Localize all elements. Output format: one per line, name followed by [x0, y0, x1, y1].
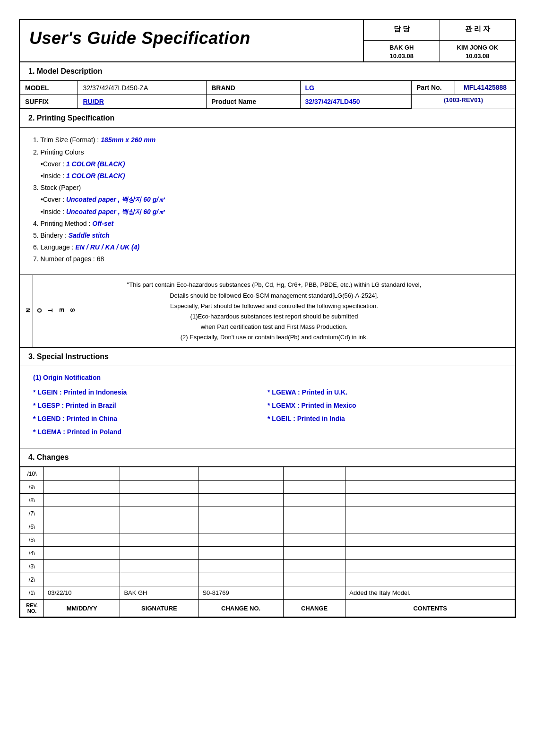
product-name-value: 32/37/42/47LD450: [300, 95, 411, 109]
row-contents: [345, 533, 515, 547]
suffix-label: SUFFIX: [20, 95, 78, 109]
table-row: /5\: [20, 533, 515, 547]
table-row: /6\: [20, 520, 515, 533]
origin-item: * LGEIL : Printed in India: [268, 412, 502, 425]
origin-item: * LGESP : Printed in Brazil: [33, 399, 268, 412]
product-name-label: Product Name: [207, 95, 300, 109]
part-info: Part No. MFL41425888 (1003-REV01): [411, 81, 515, 109]
table-row-suffix: SUFFIX RU/DR Product Name 32/37/42/47LD4…: [20, 95, 411, 109]
row-contents: [345, 481, 515, 494]
row-date: [44, 520, 120, 533]
section2-item: 7. Number of pages : 68: [33, 253, 502, 265]
row-signature: [120, 573, 198, 586]
table-row: /1\03/22/10BAK GHS0-81769Added the Italy…: [20, 586, 515, 600]
section2-content: 1. Trim Size (Format) : 185mm x 260 mm2.…: [20, 128, 515, 275]
rev-cell: /5\: [20, 533, 44, 547]
notes-row: NOTES "This part contain Eco-hazardous s…: [20, 275, 515, 348]
footer-date: MM/DD/YY: [44, 600, 120, 617]
section2-bar: 2. Printing Specification: [20, 109, 515, 128]
notes-line: (2) Especially, Don't use or contain lea…: [40, 332, 509, 343]
notes-label: NOTES: [20, 275, 33, 347]
row-change_no: [198, 573, 283, 586]
row-signature: [120, 494, 198, 507]
row-date: [44, 467, 120, 481]
row-date: [44, 547, 120, 560]
brand-label: BRAND: [207, 81, 300, 95]
section2-item: 5. Bindery : Saddle stitch: [33, 230, 502, 241]
section4-bar: 4. Changes: [20, 448, 515, 467]
row-change: [283, 533, 345, 547]
table-row: /3\: [20, 560, 515, 573]
row-signature: BAK GH: [120, 586, 198, 600]
table-row: /2\: [20, 573, 515, 586]
row-date: 03/22/10: [44, 586, 120, 600]
row-contents: [345, 467, 515, 481]
table-row: /4\: [20, 547, 515, 560]
origin-item: * LGEIN : Printed in Indonesia: [33, 386, 268, 399]
row-signature: [120, 467, 198, 481]
table-row: /9\: [20, 481, 515, 494]
brand-value: LG: [300, 81, 411, 95]
header-name-1: BAK GH 10.03.08: [364, 41, 440, 61]
row-change_no: [198, 520, 283, 533]
footer-contents: CONTENTS: [345, 600, 515, 617]
part-no-value: MFL41425888: [455, 81, 515, 94]
section2-item: 2. Printing Colors: [33, 146, 502, 158]
rev-cell: /7\: [20, 507, 44, 520]
row-contents: [345, 507, 515, 520]
row-contents: [345, 560, 515, 573]
rev-cell: /9\: [20, 481, 44, 494]
row-signature: [120, 481, 198, 494]
row-contents: [345, 573, 515, 586]
origin-item: * LGEMA : Printed in Poland: [33, 425, 268, 438]
rev-cell: /3\: [20, 560, 44, 573]
row-change_no: [198, 494, 283, 507]
model-value: 32/37/42/47LD450-ZA: [78, 81, 207, 95]
row-signature: [120, 547, 198, 560]
section3-content: (1) Origin Notification * LGEIN : Printe…: [20, 366, 515, 448]
row-change_no: S0-81769: [198, 586, 283, 600]
row-contents: [345, 547, 515, 560]
row-change: [283, 481, 345, 494]
table-row: /8\: [20, 494, 515, 507]
rev-cell: /2\: [20, 573, 44, 586]
footer-change-no: CHANGE NO.: [198, 600, 283, 617]
section2-item: 3. Stock (Paper): [33, 182, 502, 194]
row-date: [44, 533, 120, 547]
section2-item: •Cover : Uncoated paper , 백상지 60 g/㎡: [41, 194, 502, 206]
notes-line: (1)Eco-hazardous substances test report …: [40, 311, 509, 322]
row-contents: [345, 520, 515, 533]
rev-cell: /1\: [20, 586, 44, 600]
table-row: /7\: [20, 507, 515, 520]
header-top-right: 담 당 관 리 자: [364, 20, 515, 41]
section2-item: 6. Language : EN / RU / KA / UK (4): [33, 241, 502, 253]
header-row: User's Guide Specification 담 당 관 리 자 BAK…: [20, 20, 515, 62]
title-cell: User's Guide Specification: [20, 20, 364, 61]
row-change_no: [198, 533, 283, 547]
header-label-dang: 담 당: [364, 20, 440, 40]
row-contents: Added the Italy Model.: [345, 586, 515, 600]
changes-tbody: /10\/9\/8\/7\/6\/5\/4\/3\/2\/1\03/22/10B…: [20, 467, 515, 600]
notes-line: when Part certification test and First M…: [40, 322, 509, 332]
section4-label: 4. Changes: [28, 453, 69, 461]
rev-cell: /8\: [20, 494, 44, 507]
row-change: [283, 573, 345, 586]
row-change: [283, 586, 345, 600]
origin-item: * LGEWA : Printed in U.K.: [268, 386, 502, 399]
row-change_no: [198, 560, 283, 573]
document-container: User's Guide Specification 담 당 관 리 자 BAK…: [19, 19, 516, 618]
footer-change: CHANGE: [283, 600, 345, 617]
origin-col-1: * LGEIN : Printed in Indonesia* LGESP : …: [33, 386, 268, 438]
notes-line: Details should be followed Eco-SCM manag…: [40, 291, 509, 301]
row-change_no: [198, 547, 283, 560]
origin-col-2: * LGEWA : Printed in U.K.* LGEMX : Print…: [268, 386, 502, 438]
row-signature: [120, 560, 198, 573]
changes-footer: REV. NO. MM/DD/YY SIGNATURE CHANGE NO. C…: [20, 600, 515, 617]
row-signature: [120, 520, 198, 533]
section2-item: •Inside : 1 COLOR (BLACK): [41, 170, 502, 182]
notes-line: "This part contain Eco-hazardous substan…: [40, 280, 509, 290]
row-change_no: [198, 467, 283, 481]
row-signature: [120, 533, 198, 547]
part-no-label: Part No.: [412, 81, 455, 94]
notes-line: Especially, Part should be followed and …: [40, 301, 509, 311]
